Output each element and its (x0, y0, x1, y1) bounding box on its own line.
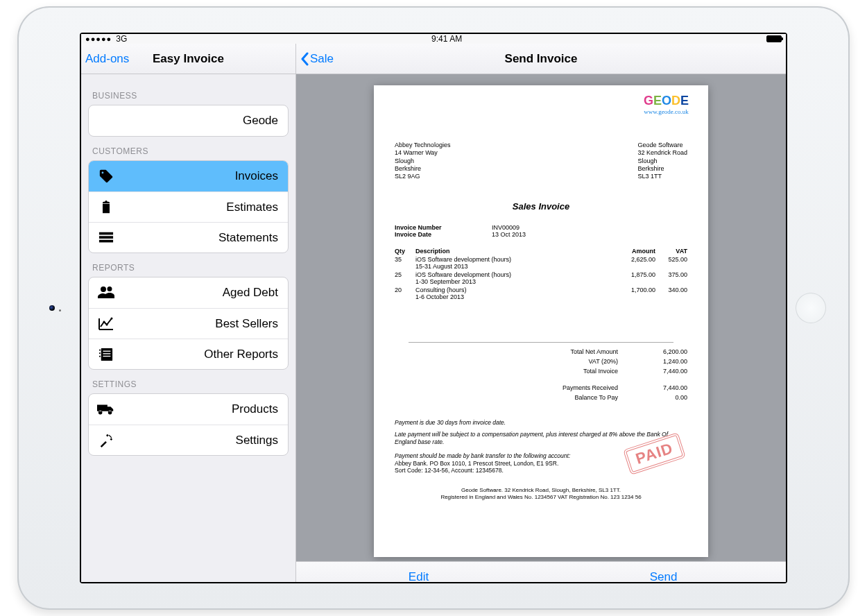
back-label: Sale (310, 52, 334, 66)
bill-to-address: Abbey Technologies 14 Warner Way Slough … (395, 142, 450, 180)
estimates-label: Estimates (125, 200, 278, 214)
svg-point-3 (103, 320, 105, 323)
addons-back-button[interactable]: Add-ons (85, 44, 129, 74)
addons-label: Add-ons (85, 52, 129, 66)
aged-debt-label: Aged Debt (125, 286, 278, 300)
business-name-cell[interactable]: Geode (89, 105, 288, 136)
chart-line-icon (97, 317, 115, 331)
company-logo: GEODE www.geode.co.uk (644, 94, 689, 115)
chevron-left-icon (300, 52, 309, 66)
invoice-meta: Invoice NumberINV00009 Invoice Date13 Oc… (395, 224, 687, 238)
other-reports-label: Other Reports (125, 348, 278, 361)
line-items-header: Qty Description Amount VAT (395, 248, 687, 255)
carrier-label: 3G (116, 34, 127, 44)
sidebar-item-invoices[interactable]: Invoices (89, 161, 288, 191)
best-sellers-label: Best Sellers (125, 317, 278, 331)
svg-rect-9 (103, 355, 110, 356)
svg-rect-8 (103, 353, 110, 354)
notebook-icon (97, 348, 115, 361)
home-button[interactable] (796, 293, 826, 323)
tag-icon (97, 169, 115, 184)
ipad-frame: ●●●●● 3G 9:41 AM Add-ons Easy Invoice BU… (17, 6, 850, 610)
section-business: BUSINESS (88, 81, 289, 105)
svg-rect-0 (99, 232, 113, 234)
status-time: 9:41 AM (431, 34, 462, 44)
total-row: Total Net Amount6,200.00 (395, 348, 687, 355)
invoice-title: Sales Invoice (395, 201, 687, 212)
camera-sensor (59, 309, 61, 311)
master-navbar: Add-ons Easy Invoice (81, 44, 295, 74)
sidebar-item-aged-debt[interactable]: Aged Debt (89, 277, 288, 308)
people-icon (97, 286, 115, 300)
svg-rect-7 (103, 350, 110, 351)
total-row: Balance To Pay0.00 (395, 394, 687, 401)
svg-point-4 (106, 323, 108, 325)
section-reports: REPORTS (88, 253, 289, 277)
products-label: Products (125, 402, 278, 416)
business-name: Geode (243, 114, 278, 128)
company-url: www.geode.co.uk (644, 108, 689, 115)
detail-pane: Sale Send Invoice GEODE www.geode.co.uk … (296, 44, 786, 582)
statements-label: Statements (125, 231, 278, 245)
battery-icon (766, 35, 782, 42)
master-title: Easy Invoice (153, 52, 224, 66)
invoice-page: GEODE www.geode.co.uk Abbey Technologies… (374, 85, 708, 557)
total-row: Payments Received7,440.00 (395, 384, 687, 391)
section-customers: CUSTOMERS (88, 137, 289, 160)
sidebar-item-best-sellers[interactable]: Best Sellers (89, 308, 288, 339)
sidebar-item-estimates[interactable]: Estimates (89, 191, 288, 222)
line-item: 20 Consulting (hours)1-6 October 2013 1,… (395, 286, 687, 300)
page-footer: Geode Software. 32 Kendrick Road, Slough… (395, 487, 687, 501)
settings-label: Settings (125, 434, 278, 447)
section-settings: SETTINGS (88, 370, 289, 393)
svg-rect-12 (99, 355, 101, 357)
detail-navbar: Sale Send Invoice (296, 44, 786, 74)
master-pane: Add-ons Easy Invoice BUSINESS Geode CUST… (81, 44, 296, 582)
stack-icon (97, 232, 115, 244)
svg-rect-2 (99, 239, 113, 242)
screen-bezel: ●●●●● 3G 9:41 AM Add-ons Easy Invoice BU… (80, 33, 787, 583)
status-bar: ●●●●● 3G 9:41 AM (81, 34, 786, 44)
detail-toolbar: Edit Send (296, 561, 786, 582)
camera-dot (49, 305, 55, 311)
sidebar-item-settings[interactable]: Settings (89, 425, 288, 455)
edit-button[interactable]: Edit (296, 562, 541, 582)
send-button[interactable]: Send (541, 562, 786, 582)
total-row: VAT (20%)1,240.00 (395, 358, 687, 365)
svg-rect-6 (101, 348, 112, 360)
invoice-preview-scroll[interactable]: GEODE www.geode.co.uk Abbey Technologies… (296, 74, 786, 561)
total-row: Total Invoice7,440.00 (395, 368, 687, 375)
svg-rect-10 (99, 349, 101, 350)
invoices-label: Invoices (125, 169, 278, 183)
svg-rect-1 (99, 236, 113, 239)
svg-rect-11 (99, 352, 101, 354)
line-item: 35 iOS Software development (hours)15-31… (395, 256, 687, 270)
tools-icon (97, 433, 115, 448)
from-address: Geode Software 32 Kendrick Road Slough B… (637, 142, 687, 180)
sidebar-item-other-reports[interactable]: Other Reports (89, 339, 288, 369)
sidebar-item-products[interactable]: Products (89, 394, 288, 425)
line-item: 25 iOS Software development (hours)1-30 … (395, 271, 687, 285)
sidebar-item-statements[interactable]: Statements (89, 222, 288, 253)
back-to-sale-button[interactable]: Sale (300, 44, 334, 74)
detail-title: Send Invoice (505, 52, 578, 66)
signal-dots-icon: ●●●●● (85, 34, 112, 44)
truck-icon (97, 403, 115, 416)
clipboard-icon (97, 200, 115, 215)
svg-point-5 (111, 317, 113, 319)
